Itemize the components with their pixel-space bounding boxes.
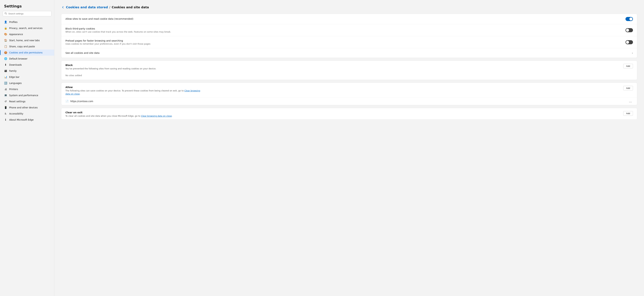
sidebar-item-phone[interactable]: 📱 Phone and other devices: [0, 105, 54, 111]
accessibility-icon: ♿: [4, 112, 7, 115]
allow-section-info: Allow The following sites can save cooki…: [66, 86, 205, 96]
sidebar-item-start-home[interactable]: 🏠 Start, home, and new tabs: [0, 37, 54, 43]
breadcrumb-back-button[interactable]: [61, 5, 64, 9]
default-browser-icon: 🌐: [4, 57, 7, 60]
toggle-preload-pages[interactable]: [626, 40, 633, 44]
toggle-allow-cookies[interactable]: [626, 17, 633, 21]
clear-section-header: Clear on exit To clear all cookies and s…: [61, 108, 637, 119]
sidebar-item-share[interactable]: 📋 Share, copy and paste: [0, 43, 54, 49]
search-box-wrap: [0, 11, 54, 19]
clear-section-card: Clear on exit To clear all cookies and s…: [61, 108, 637, 120]
breadcrumb-current-page: Cookies and site data: [112, 5, 149, 9]
clear-section-title: Clear on exit: [66, 111, 172, 114]
profiles-icon: 👤: [4, 20, 7, 23]
allow-sites-list: 📄 https://contoso.com …: [61, 97, 637, 105]
cookies-icon: 🍪: [4, 51, 7, 54]
toggle-thumb-allow-cookies: [630, 17, 632, 20]
clear-section-info: Clear on exit To clear all cookies and s…: [66, 111, 172, 118]
block-section-info: Block You've prevented the following sit…: [66, 64, 156, 70]
sidebar-item-edge-bar[interactable]: 📊 Edge bar: [0, 74, 54, 80]
sidebar-item-label-appearance: Appearance: [9, 33, 23, 36]
phone-icon: 📱: [4, 106, 7, 109]
setting-content-allow-cookies: Allow sites to save and read cookie data…: [66, 17, 626, 20]
setting-content-preload-pages: Preload pages for faster browsing and se…: [66, 39, 626, 45]
sidebar-item-label-start-home: Start, home, and new tabs: [9, 39, 40, 42]
start-home-icon: 🏠: [4, 39, 7, 42]
block-add-button[interactable]: Add: [623, 64, 633, 68]
family-icon: 👨‍👩‍👧: [4, 69, 7, 72]
sidebar-item-profiles[interactable]: 👤 Profiles: [0, 19, 54, 25]
site-more-button[interactable]: …: [628, 99, 633, 103]
about-icon: ℹ: [4, 118, 7, 121]
breadcrumb-separator: /: [109, 5, 110, 9]
setting-desc-block-third-party: When on, sites can't use cookies that tr…: [66, 30, 622, 33]
sidebar-item-label-default-browser: Default browser: [9, 57, 28, 60]
site-url: https://contoso.com: [70, 100, 626, 103]
sidebar-item-label-languages: Languages: [9, 82, 22, 84]
search-input[interactable]: [8, 12, 50, 15]
sidebar-item-label-cookies: Cookies and site permissions: [9, 51, 42, 54]
edge-bar-icon: 📊: [4, 75, 7, 79]
cookies-settings-card: Allow sites to save and read cookie data…: [61, 14, 637, 58]
setting-label-block-third-party: Block third-party cookies: [66, 27, 622, 30]
setting-content-block-third-party: Block third-party cookies When on, sites…: [66, 27, 626, 33]
allow-section-title: Allow: [66, 86, 205, 89]
toggle-track-allow-cookies: [626, 17, 633, 21]
sidebar-item-downloads[interactable]: ⬇ Downloads: [0, 62, 54, 68]
block-section-card: Block You've prevented the following sit…: [61, 61, 637, 80]
sidebar-item-printers[interactable]: 🖨 Printers: [0, 86, 54, 92]
sidebar-item-default-browser[interactable]: 🌐 Default browser: [0, 56, 54, 62]
downloads-icon: ⬇: [4, 63, 7, 66]
block-section-title: Block: [66, 64, 156, 66]
sidebar-item-label-phone: Phone and other devices: [9, 106, 38, 109]
clear-browsing-link-clear[interactable]: Clear browsing data on close: [141, 115, 172, 117]
allow-add-button[interactable]: Add: [623, 86, 633, 90]
sidebar-item-privacy[interactable]: 🔒 Privacy, search, and services: [0, 25, 54, 31]
sidebar-item-reset[interactable]: ↺ Reset settings: [0, 98, 54, 105]
chevron-right-icon: ›: [632, 51, 633, 55]
languages-icon: 🔤: [4, 82, 7, 85]
reset-icon: ↺: [4, 100, 7, 103]
sidebar-item-family[interactable]: 👨‍👩‍👧 Family: [0, 68, 54, 74]
clear-add-button[interactable]: Add: [623, 111, 633, 116]
sidebar-item-label-edge-bar: Edge bar: [9, 76, 20, 78]
sidebar-item-label-printers: Printers: [9, 88, 18, 91]
setting-label-allow-cookies: Allow sites to save and read cookie data…: [66, 17, 622, 20]
block-section-header: Block You've prevented the following sit…: [61, 61, 637, 72]
sidebar-item-appearance[interactable]: 🎨 Appearance: [0, 31, 54, 37]
system-icon: 💻: [4, 94, 7, 97]
setting-label-see-all: See all cookies and site data: [66, 52, 628, 54]
toggle-track-block-third-party: [626, 28, 633, 32]
clear-browsing-link-allow[interactable]: Clear browsing data on close: [66, 89, 200, 95]
sidebar-item-languages[interactable]: 🔤 Languages: [0, 80, 54, 86]
sidebar-item-label-reset: Reset settings: [9, 100, 26, 103]
setting-content-see-all: See all cookies and site data: [66, 52, 632, 55]
clear-section-desc: To clear all cookies and site data when …: [66, 115, 172, 118]
setting-row-preload-pages: Preload pages for faster browsing and se…: [61, 36, 637, 48]
sidebar-item-about[interactable]: ℹ About Microsoft Edge: [0, 117, 54, 123]
search-box[interactable]: [3, 11, 52, 16]
sidebar-item-label-downloads: Downloads: [9, 63, 22, 66]
sidebar: Settings 👤 Profiles 🔒 Privacy, search, a…: [0, 0, 54, 296]
setting-row-see-all[interactable]: See all cookies and site data ›: [61, 48, 637, 58]
sidebar-item-accessibility[interactable]: ♿ Accessibility: [0, 111, 54, 117]
sidebar-title: Settings: [0, 4, 54, 11]
setting-row-block-third-party: Block third-party cookies When on, sites…: [61, 24, 637, 36]
sidebar-item-cookies[interactable]: 🍪 Cookies and site permissions: [0, 49, 54, 56]
svg-line-1: [6, 14, 7, 14]
toggle-block-third-party[interactable]: [626, 28, 633, 32]
setting-label-preload-pages: Preload pages for faster browsing and se…: [66, 39, 622, 42]
sidebar-item-label-profiles: Profiles: [9, 21, 18, 23]
appearance-icon: 🎨: [4, 33, 7, 36]
sidebar-item-label-accessibility: Accessibility: [9, 112, 23, 115]
breadcrumb: Cookies and data stored / Cookies and si…: [61, 5, 637, 9]
sidebar-item-system[interactable]: 💻 System and performance: [0, 92, 54, 98]
sidebar-item-label-system: System and performance: [9, 94, 38, 97]
sidebar-item-label-privacy: Privacy, search, and services: [9, 27, 42, 29]
site-row: 📄 https://contoso.com …: [61, 97, 637, 105]
allow-section-card: Allow The following sites can save cooki…: [61, 83, 637, 105]
toggle-thumb-preload-pages: [626, 41, 629, 44]
breadcrumb-parent-link[interactable]: Cookies and data stored: [66, 5, 108, 9]
allow-section-desc: The following sites can save cookies on …: [66, 89, 205, 96]
allow-section-header: Allow The following sites can save cooki…: [61, 83, 637, 97]
